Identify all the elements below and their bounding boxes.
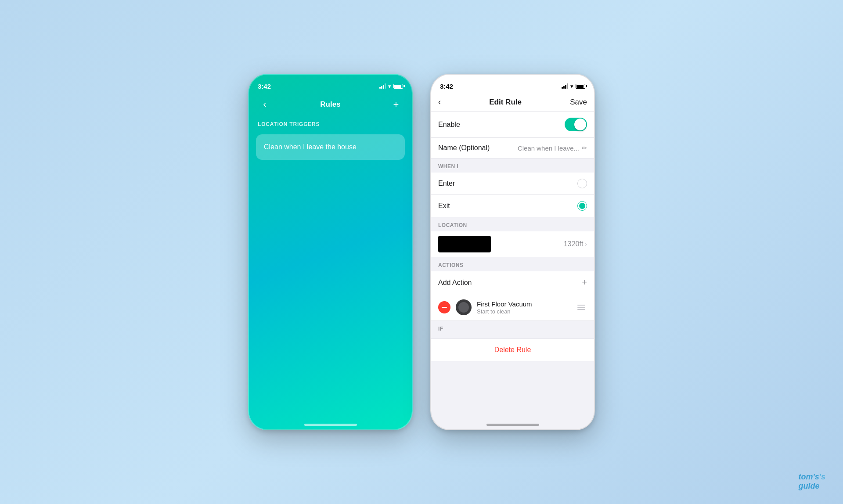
exit-radio[interactable] [577, 201, 587, 211]
add-action-plus-icon: + [582, 277, 587, 288]
location-row[interactable]: 1320ft › [431, 231, 594, 257]
drag-line-2 [577, 307, 585, 308]
device-icon [456, 299, 472, 315]
left-nav-title: Rules [320, 100, 340, 109]
name-label: Name (Optional) [438, 144, 490, 152]
toms-guide-suffix: guide [798, 482, 819, 490]
r-signal-bar-2 [563, 86, 565, 89]
r-signal-bar-1 [562, 87, 563, 89]
left-status-icons: ▾ [379, 83, 403, 90]
signal-bar-3 [383, 85, 384, 89]
right-signal-icon [562, 83, 568, 89]
add-action-label: Add Action [438, 279, 472, 287]
battery-fill [394, 85, 401, 88]
left-time: 3:42 [258, 83, 271, 90]
r-signal-bar-3 [565, 85, 566, 89]
enable-toggle[interactable] [565, 118, 587, 131]
location-section: LOCATION [431, 217, 594, 231]
enter-label: Enter [438, 180, 455, 187]
action-device-name: First Floor Vacuum [477, 300, 570, 308]
delete-minus-icon [442, 307, 447, 308]
toggle-thumb [574, 119, 586, 130]
left-nav-bar: ‹ Rules + [249, 94, 412, 116]
exit-radio-dot [579, 203, 585, 209]
enable-label: Enable [438, 121, 460, 129]
left-wifi-icon: ▾ [388, 83, 391, 90]
signal-bar-2 [381, 86, 382, 89]
right-nav-bar: ‹ Edit Rule Save [431, 94, 594, 112]
enter-radio[interactable] [577, 179, 587, 188]
right-home-indicator [486, 424, 539, 426]
right-battery-fill [576, 85, 584, 88]
left-home-indicator [304, 424, 357, 426]
exit-label: Exit [438, 202, 450, 210]
rule-card-text: Clean when I leave the house [264, 143, 357, 151]
location-label: LOCATION [438, 222, 467, 228]
delete-rule-row[interactable]: Delete Rule [431, 338, 594, 361]
location-map-thumbnail [438, 236, 491, 252]
toms-guide-prefix: tom's [798, 472, 819, 481]
if-section: IF [431, 321, 594, 335]
r-signal-bar-4 [567, 83, 568, 89]
action-delete-button[interactable] [438, 301, 450, 313]
add-action-row[interactable]: Add Action + [431, 271, 594, 294]
right-back-button[interactable]: ‹ [438, 97, 441, 107]
edit-icon: ✏ [582, 144, 587, 151]
right-phone: 3:42 ▾ ‹ Edit Rule Save [430, 74, 595, 430]
left-status-bar: 3:42 ▾ [249, 75, 412, 94]
right-status-bar: 3:42 ▾ [431, 75, 594, 94]
drag-handle[interactable] [576, 303, 587, 312]
actions-label: ACTIONS [438, 262, 464, 268]
drag-line-1 [577, 305, 585, 306]
enable-row: Enable [431, 112, 594, 138]
right-nav-title: Edit Rule [489, 98, 522, 107]
back-chevron-icon: ‹ [438, 97, 441, 107]
right-time: 3:42 [440, 83, 453, 90]
signal-bar-1 [379, 87, 381, 89]
location-triggers-header: LOCATION TRIGGERS [249, 116, 412, 131]
left-signal-icon [379, 83, 386, 89]
actions-section: ACTIONS [431, 257, 594, 271]
device-icon-inner [458, 302, 469, 313]
action-info: First Floor Vacuum Start to clean [477, 300, 570, 315]
left-back-button[interactable]: ‹ [258, 97, 272, 112]
right-battery-icon [576, 84, 585, 89]
when-i-label: WHEN I [438, 163, 458, 169]
exit-row[interactable]: Exit [431, 195, 594, 217]
location-distance-container: 1320ft › [564, 240, 587, 248]
name-value-container[interactable]: Clean when I leave... ✏ [518, 144, 587, 152]
left-battery-icon [393, 84, 403, 89]
delete-rule-label: Delete Rule [494, 346, 531, 354]
right-wifi-icon: ▾ [570, 83, 573, 90]
drag-line-3 [577, 309, 585, 310]
right-status-icons: ▾ [562, 83, 585, 90]
enter-row[interactable]: Enter [431, 173, 594, 195]
left-phone: 3:42 ▾ ‹ Rules + LOCATION TRIGGERS [248, 74, 413, 430]
when-i-section: WHEN I [431, 158, 594, 173]
location-chevron-icon: › [585, 241, 587, 248]
signal-bar-4 [385, 83, 386, 89]
save-button[interactable]: Save [570, 98, 587, 107]
location-distance-text: 1320ft [564, 240, 583, 248]
left-add-button[interactable]: + [389, 97, 403, 112]
rule-card[interactable]: Clean when I leave the house [256, 134, 405, 160]
action-device-sub: Start to clean [477, 308, 570, 315]
toms-guide-watermark: tom's's guide [798, 472, 825, 491]
name-row: Name (Optional) Clean when I leave... ✏ [431, 138, 594, 158]
action-item-row: First Floor Vacuum Start to clean [431, 294, 594, 321]
if-label: IF [438, 326, 443, 332]
name-value-text: Clean when I leave... [518, 144, 579, 152]
